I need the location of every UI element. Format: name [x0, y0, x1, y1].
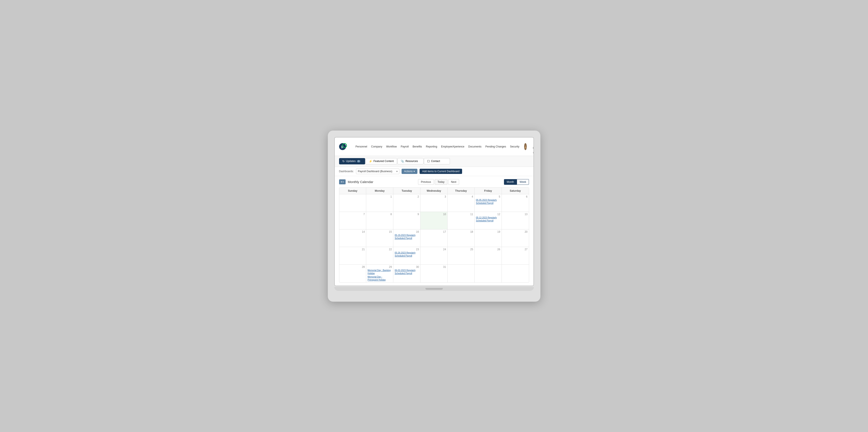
- cal-date: 27: [503, 248, 528, 251]
- updates-label: Updates: [346, 160, 356, 163]
- cal-cell-10-today: 10: [421, 212, 447, 229]
- event-0505-payroll[interactable]: 05-05-2023 Regularly Scheduled Payroll: [476, 199, 500, 205]
- cal-cell-9: 9: [393, 212, 421, 229]
- calendar-week-2: 7 8 9 10 11 12 05-12-2023 Regularly Sche…: [339, 212, 529, 229]
- event-memorial-primepoint[interactable]: Memorial Day : Primepoint Holiday: [368, 275, 392, 281]
- featured-icon: ⚡: [369, 160, 372, 163]
- cal-date: 4: [449, 195, 473, 198]
- list-icon: ≡: [341, 180, 343, 184]
- month-view-button[interactable]: Month: [504, 179, 517, 185]
- calendar-week-5: 28 29 Memorial Day : Banking Holiday Mem…: [339, 265, 529, 283]
- cal-date: 28: [341, 265, 365, 268]
- nav-pending-changes[interactable]: Pending Changes: [485, 144, 506, 149]
- cal-cell-12: 12 05-12-2023 Regularly Scheduled Payrol…: [475, 212, 502, 229]
- svg-point-1: [525, 146, 526, 147]
- cal-cell-25: 25: [447, 247, 475, 264]
- tab-updates[interactable]: ↻ Updates 0: [339, 158, 365, 164]
- tab-featured-content[interactable]: ⚡ Featured Content: [366, 158, 397, 164]
- cal-date: 19: [476, 230, 500, 233]
- header-wednesday: Wednesday: [421, 188, 447, 194]
- cal-date: 7: [341, 213, 365, 216]
- cal-cell-13: 13: [502, 212, 529, 229]
- week-view-button[interactable]: Week: [517, 179, 529, 185]
- view-toggle: Month Week: [504, 179, 529, 185]
- cal-cell-3: 3: [421, 194, 447, 212]
- cal-cell-5: 5 05-05-2023 Regularly Scheduled Payroll: [475, 194, 502, 212]
- user-name: Mary Johnson: [528, 139, 534, 144]
- previous-button[interactable]: Previous: [418, 179, 434, 185]
- event-0519-payroll[interactable]: 05-19-2023 Regularly Scheduled Payroll: [395, 234, 419, 240]
- cal-cell-7: 7: [339, 212, 366, 229]
- event-0526-payroll[interactable]: 05-26-2023 Regularly Scheduled Payroll: [395, 251, 419, 258]
- nav-security[interactable]: Security: [509, 144, 520, 149]
- event-memorial-banking[interactable]: Memorial Day : Banking Holiday: [368, 269, 392, 275]
- nav-documents[interactable]: Documents: [468, 144, 482, 149]
- tab-resources[interactable]: 📎 Resources: [398, 158, 424, 164]
- cal-cell-2: 2: [393, 194, 421, 212]
- today-button[interactable]: Today: [435, 179, 447, 185]
- nav-employeexp[interactable]: EmployeeXperience: [441, 144, 465, 149]
- calendar-title: Monthly Calendar: [348, 180, 373, 184]
- logo-area: p: [339, 143, 349, 150]
- cal-cell-11: 11: [447, 212, 475, 229]
- actions-button[interactable]: Actions ▾: [402, 169, 417, 174]
- calendar-week-1: 1 2 3 4 5 05-05-2023 Regularly Scheduled…: [339, 194, 529, 212]
- event-0602-payroll[interactable]: 06-02-2023 Regularly Scheduled Payroll: [395, 269, 419, 275]
- nav-payroll[interactable]: Payroll: [400, 144, 409, 149]
- next-button[interactable]: Next: [448, 179, 459, 185]
- cal-cell-4: 4: [447, 194, 475, 212]
- nav-benefits[interactable]: Benefits: [412, 144, 423, 149]
- header-friday: Friday: [475, 188, 502, 194]
- user-profile-area[interactable]: Mary Johnson @ CORE BUSINESS DEMO COMPAN…: [524, 139, 534, 154]
- nav-reporting[interactable]: Reporting: [426, 144, 438, 149]
- cal-cell-20: 20: [502, 229, 529, 247]
- contact-icon: ☐: [427, 160, 430, 163]
- cal-date: 29: [368, 265, 392, 268]
- cal-cell-1: 1: [366, 194, 393, 212]
- dashboard-select[interactable]: Payroll Dashboard (Business) HR Dashboar…: [356, 168, 399, 174]
- logo-ring: [342, 143, 347, 148]
- nav-personnel[interactable]: Personnel: [355, 144, 368, 149]
- cal-date: 20: [503, 230, 528, 233]
- cal-cell-17: 17: [421, 229, 447, 247]
- cal-date: 26: [476, 248, 500, 251]
- cal-date: 16: [395, 230, 419, 233]
- header-tuesday: Tuesday: [393, 188, 421, 194]
- cal-date: 6: [503, 195, 528, 198]
- cal-date: 30: [395, 265, 419, 268]
- cal-date: 13: [503, 213, 528, 216]
- cal-date: 18: [449, 230, 473, 233]
- cal-cell-16: 16 05-19-2023 Regularly Scheduled Payrol…: [393, 229, 421, 247]
- user-info: Mary Johnson @ CORE BUSINESS DEMO COMPAN…: [528, 139, 534, 154]
- tab-contact[interactable]: ☐ Contact: [424, 158, 450, 164]
- contact-label: Contact: [431, 160, 440, 163]
- nav-company[interactable]: Company: [371, 144, 383, 149]
- nav-workflow[interactable]: Workflow: [386, 144, 397, 149]
- cal-date: 15: [368, 230, 392, 233]
- dashboards-label: Dashboards:: [339, 170, 354, 173]
- cal-date: 14: [341, 230, 365, 233]
- featured-label: Featured Content: [374, 160, 394, 163]
- laptop-base: [334, 287, 534, 291]
- calendar-title-area: ≡ ▾ Monthly Calendar: [339, 179, 373, 184]
- calendar-nav-buttons: Previous Today Next: [418, 179, 459, 185]
- actions-dropdown-arrow: ▾: [413, 170, 415, 173]
- calendar-grid: Sunday Monday Tuesday Wednesday Thursday…: [339, 187, 529, 283]
- cal-cell-31: 31: [421, 265, 447, 283]
- nav-links: Personnel Company Workflow Payroll Benef…: [355, 144, 520, 149]
- cal-cell-27: 27: [502, 247, 529, 264]
- cal-cell-blank-sun: [339, 194, 366, 212]
- cal-cell-29: 29 Memorial Day : Banking Holiday Memori…: [366, 265, 393, 283]
- cal-date: 22: [368, 248, 392, 251]
- calendar-header: ≡ ▾ Monthly Calendar Previous Today Next…: [339, 179, 529, 185]
- add-items-button[interactable]: Add items to Current Dashboard: [420, 169, 462, 174]
- event-0512-payroll[interactable]: 05-12-2023 Regularly Scheduled Payroll: [476, 216, 500, 222]
- resources-icon: 📎: [401, 160, 404, 163]
- calendar-week-3: 14 15 16 05-19-2023 Regularly Scheduled …: [339, 229, 529, 247]
- cal-cell-blank-fri: [475, 265, 502, 283]
- list-view-button[interactable]: ≡ ▾: [339, 179, 346, 184]
- cal-date-today: 10: [422, 213, 446, 216]
- cal-cell-8: 8: [366, 212, 393, 229]
- cal-date: 21: [341, 248, 365, 251]
- calendar-week-4: 21 22 23 05-26-2023 Regularly Scheduled …: [339, 247, 529, 265]
